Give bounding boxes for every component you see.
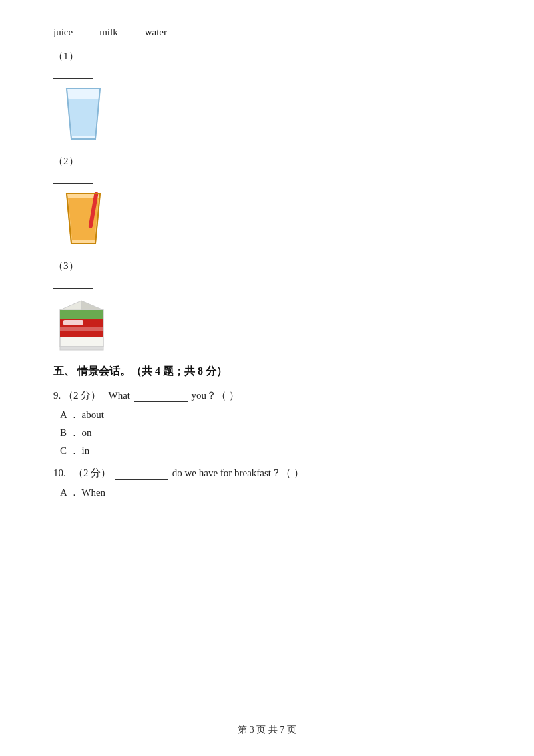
q9-blank [134,401,188,402]
q10-points: （2 分） [73,467,111,478]
juice-glass-icon [57,190,110,247]
word-bank: juice milk water [53,27,481,38]
svg-marker-12 [81,301,103,310]
q9-option-c: C ． in [60,445,481,457]
q9-text-after: you？（ ） [191,390,238,401]
svg-rect-16 [63,320,83,325]
svg-rect-15 [60,310,103,319]
question-9: 9. （2 分） What you？（ ） A ． about B ． on C… [53,389,481,457]
q10-text-after: do we have for breakfast？（ ） [172,467,304,478]
item-3-answer-line [53,276,93,289]
q10-blank [115,479,168,480]
item-2: （2） [53,155,481,248]
question-10-text: 10. （2 分） do we have for breakfast？（ ） [53,467,481,480]
q9-points: （2 分） [63,390,101,401]
question-9-text: 9. （2 分） What you？（ ） [53,389,481,402]
water-glass-icon [57,85,110,142]
item-1: （1） [53,50,481,143]
milk-carton-icon [53,295,113,352]
svg-rect-17 [60,347,103,350]
item-1-label: （1） [53,50,481,63]
q9-option-a: A ． about [60,409,481,421]
q10-number: 10. [53,467,66,478]
word-water: water [145,27,167,38]
q9-number: 9. [53,390,61,401]
q10-option-a-text: When [81,487,105,498]
word-juice: juice [53,27,73,38]
section5-header: 五、 情景会话。（共 4 题；共 8 分） [53,365,481,379]
q9-option-c-text: in [82,445,90,456]
q9-option-b: B ． on [60,427,481,439]
q9-text-before: What [109,390,130,401]
footer-text: 第 3 页 共 7 页 [238,725,296,735]
item-2-label: （2） [53,155,481,168]
word-milk: milk [99,27,118,38]
page-footer: 第 3 页 共 7 页 [0,724,534,736]
item-2-answer-line [53,172,93,184]
svg-marker-11 [60,301,81,310]
q9-option-b-letter: B ． [60,427,79,438]
item-2-image [53,189,113,248]
q10-option-a-letter: A ． [60,487,79,498]
question-10: 10. （2 分） do we have for breakfast？（ ） A… [53,467,481,499]
page-content: juice milk water （1） （2） [0,0,534,535]
q9-option-a-letter: A ． [60,409,79,420]
svg-rect-14 [60,327,103,331]
item-1-answer-line [53,67,93,79]
q9-option-c-letter: C ． [60,445,79,456]
item-3: （3） [53,260,481,353]
svg-marker-1 [68,99,99,136]
q10-option-a: A ． When [60,486,481,499]
q9-option-a-text: about [82,409,104,420]
q9-option-b-text: on [82,427,92,438]
item-3-image [53,294,113,353]
item-1-image [53,84,113,143]
item-3-label: （3） [53,260,481,272]
